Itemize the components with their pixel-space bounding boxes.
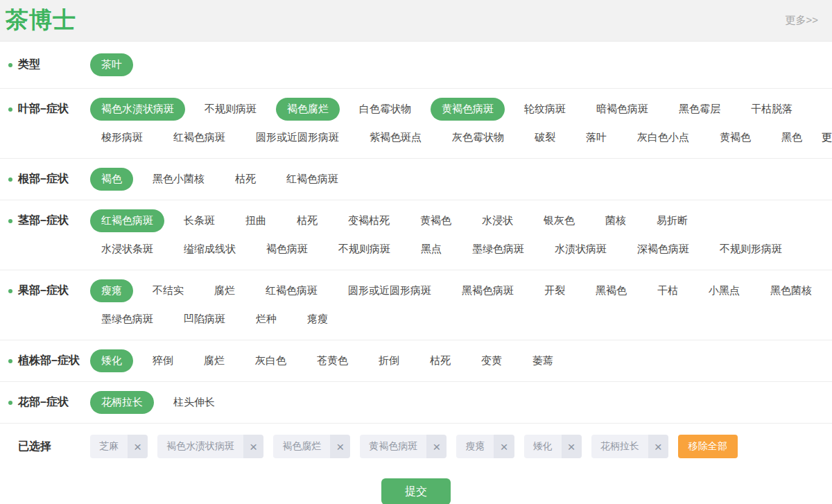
filter-tag[interactable]: 水浸状条斑 bbox=[90, 238, 164, 261]
filter-tag[interactable]: 烂种 bbox=[245, 308, 288, 331]
filter-tag[interactable]: 瘦瘪 bbox=[90, 279, 133, 302]
filter-tag[interactable]: 红褐色病斑 bbox=[254, 279, 329, 302]
filter-tag[interactable]: 凹陷病斑 bbox=[173, 308, 236, 331]
chip-remove-button[interactable]: × bbox=[330, 435, 350, 458]
filter-tag[interactable]: 干枯脱落 bbox=[740, 98, 804, 121]
filter-tag[interactable]: 墨绿色病斑 bbox=[90, 308, 164, 331]
filter-tag[interactable]: 扭曲 bbox=[234, 209, 277, 232]
filter-tag[interactable]: 苍黄色 bbox=[306, 349, 359, 372]
more-link[interactable]: 更多>> bbox=[785, 14, 818, 27]
close-icon: × bbox=[134, 440, 141, 453]
filter-tag[interactable]: 圆形或近圆形病斑 bbox=[337, 279, 442, 302]
filter-tag[interactable]: 黑点 bbox=[410, 238, 453, 261]
chip-remove-button[interactable]: × bbox=[562, 435, 582, 458]
filter-tag[interactable]: 水渍状病斑 bbox=[544, 238, 618, 261]
chip-label: 瘦瘪 bbox=[456, 435, 494, 458]
chip-remove-button[interactable]: × bbox=[426, 435, 447, 458]
filter-tag[interactable]: 萎蔫 bbox=[521, 349, 564, 372]
filter-tag[interactable]: 梭形病斑 bbox=[90, 126, 154, 149]
filter-tag[interactable]: 折倒 bbox=[367, 349, 410, 372]
filter-row: 植株部–症状矮化猝倒腐烂灰白色苍黄色折倒枯死变黄萎蔫 bbox=[0, 340, 832, 382]
filter-tag[interactable]: 红褐色病斑 bbox=[90, 209, 164, 232]
filter-tag[interactable]: 圆形或近圆形病斑 bbox=[245, 126, 350, 149]
tag-line: 茶叶 bbox=[90, 51, 832, 79]
filter-tag[interactable]: 破裂 bbox=[523, 126, 566, 149]
filter-tag[interactable]: 黑色 bbox=[770, 126, 813, 149]
filter-tag[interactable]: 腐烂 bbox=[193, 349, 236, 372]
filter-tag[interactable]: 灰白色小点 bbox=[626, 126, 700, 149]
filter-tag[interactable]: 小黑点 bbox=[697, 279, 751, 302]
tag-line: 墨绿色病斑凹陷病斑烂种瘪瘦 bbox=[90, 305, 832, 333]
filter-row-label: 果部–症状 bbox=[18, 284, 69, 298]
filter-tag[interactable]: 不规则形病斑 bbox=[709, 238, 793, 261]
chip-label: 芝麻 bbox=[90, 435, 128, 458]
filter-tag[interactable]: 不规则病斑 bbox=[327, 238, 401, 261]
chip-label: 褐色腐烂 bbox=[273, 435, 330, 458]
filter-tag[interactable]: 干枯 bbox=[646, 279, 689, 302]
filter-row: 叶部–症状褐色水渍状病斑不规则病斑褐色腐烂白色霉状物黄褐色病斑轮纹病斑暗褐色病斑… bbox=[0, 89, 832, 159]
close-icon: × bbox=[250, 440, 257, 453]
filter-row: 茎部–症状红褐色病斑长条斑扭曲枯死变褐枯死黄褐色水浸状银灰色菌核易折断水浸状条斑… bbox=[0, 200, 832, 270]
filter-row-label-col: 植株部–症状 bbox=[0, 347, 90, 375]
filter-tag[interactable]: 水浸状 bbox=[471, 209, 524, 232]
filter-tag[interactable]: 花柄拉长 bbox=[90, 391, 154, 414]
filter-tag[interactable]: 不结实 bbox=[141, 279, 195, 302]
filter-tag[interactable]: 黑色菌核 bbox=[759, 279, 823, 302]
submit-button[interactable]: 提交 bbox=[381, 478, 451, 504]
filter-tag[interactable]: 灰色霉状物 bbox=[441, 126, 515, 149]
chip-remove-button[interactable]: × bbox=[243, 435, 263, 458]
filter-tag[interactable]: 枯死 bbox=[224, 168, 267, 191]
filter-tag[interactable]: 褐色病斑 bbox=[255, 238, 319, 261]
filter-tag[interactable]: 黄褐色病斑 bbox=[431, 98, 505, 121]
filter-tag[interactable]: 变黄 bbox=[470, 349, 513, 372]
filter-tag[interactable]: 瘪瘦 bbox=[296, 308, 339, 331]
filter-tag[interactable]: 枯死 bbox=[419, 349, 462, 372]
submit-row: 提交 bbox=[0, 478, 832, 504]
chip-remove-button[interactable]: × bbox=[648, 435, 668, 458]
filter-tag[interactable]: 白色霉状物 bbox=[348, 98, 422, 121]
filter-tag[interactable]: 易折断 bbox=[645, 209, 699, 232]
filter-tag[interactable]: 不规则病斑 bbox=[193, 98, 268, 121]
filter-tag[interactable]: 黑色小菌核 bbox=[141, 168, 216, 191]
close-icon: × bbox=[655, 440, 662, 453]
filter-tag[interactable]: 落叶 bbox=[575, 126, 618, 149]
more-tags-toggle[interactable]: 更多 bbox=[822, 131, 832, 144]
filter-tag[interactable]: 猝倒 bbox=[141, 349, 184, 372]
filter-tag[interactable]: 银灰色 bbox=[532, 209, 586, 232]
filter-tag[interactable]: 黑色霉层 bbox=[668, 98, 731, 121]
filter-tag[interactable]: 黑褐色 bbox=[584, 279, 638, 302]
filter-tag[interactable]: 腐烂 bbox=[203, 279, 246, 302]
filter-tag[interactable]: 黑褐色病斑 bbox=[451, 279, 525, 302]
close-icon: × bbox=[568, 440, 575, 453]
filter-tag[interactable]: 黄褐色 bbox=[709, 126, 762, 149]
filter-tag[interactable]: 黄褐色 bbox=[409, 209, 462, 232]
filter-tag[interactable]: 褐色腐烂 bbox=[276, 98, 340, 121]
filter-tag[interactable]: 开裂 bbox=[533, 279, 576, 302]
chip-remove-button[interactable]: × bbox=[494, 435, 514, 458]
filter-tag[interactable]: 暗褐色病斑 bbox=[585, 98, 659, 121]
tag-lines: 褐色水渍状病斑不规则病斑褐色腐烂白色霉状物黄褐色病斑轮纹病斑暗褐色病斑黑色霉层干… bbox=[90, 95, 832, 152]
filter-tag[interactable]: 深褐色病斑 bbox=[626, 238, 700, 261]
filter-tag[interactable]: 缢缩成线状 bbox=[173, 238, 247, 261]
filter-tag[interactable]: 变褐枯死 bbox=[337, 209, 401, 232]
remove-all-button[interactable]: 移除全部 bbox=[678, 435, 738, 458]
filter-tag[interactable]: 红褐色病斑 bbox=[162, 126, 236, 149]
filter-tag[interactable]: 红褐色病斑 bbox=[275, 168, 349, 191]
tag-line: 水浸状条斑缢缩成线状褐色病斑不规则病斑黑点墨绿色病斑水渍状病斑深褐色病斑不规则形… bbox=[90, 235, 832, 263]
chip-remove-button[interactable]: × bbox=[128, 435, 148, 458]
filter-tag[interactable]: 褐色水渍状病斑 bbox=[90, 98, 185, 121]
filter-row: 类型茶叶 bbox=[0, 42, 832, 89]
filter-tag[interactable]: 紫褐色斑点 bbox=[358, 126, 433, 149]
filter-tag[interactable]: 矮化 bbox=[90, 349, 133, 372]
filter-tag[interactable]: 灰白色 bbox=[244, 349, 297, 372]
filter-tag[interactable]: 茶叶 bbox=[90, 53, 133, 76]
filter-tag[interactable]: 枯死 bbox=[286, 209, 329, 232]
filter-tag[interactable]: 菌核 bbox=[594, 209, 637, 232]
filter-tag[interactable]: 长条斑 bbox=[173, 209, 226, 232]
chip-label: 矮化 bbox=[524, 435, 562, 458]
tag-line: 瘦瘪不结实腐烂红褐色病斑圆形或近圆形病斑黑褐色病斑开裂黑褐色干枯小黑点黑色菌核 bbox=[90, 277, 832, 305]
filter-tag[interactable]: 墨绿色病斑 bbox=[461, 238, 535, 261]
filter-tag[interactable]: 柱头伸长 bbox=[162, 391, 226, 414]
filter-tag[interactable]: 褐色 bbox=[90, 168, 133, 191]
filter-tag[interactable]: 轮纹病斑 bbox=[513, 98, 577, 121]
